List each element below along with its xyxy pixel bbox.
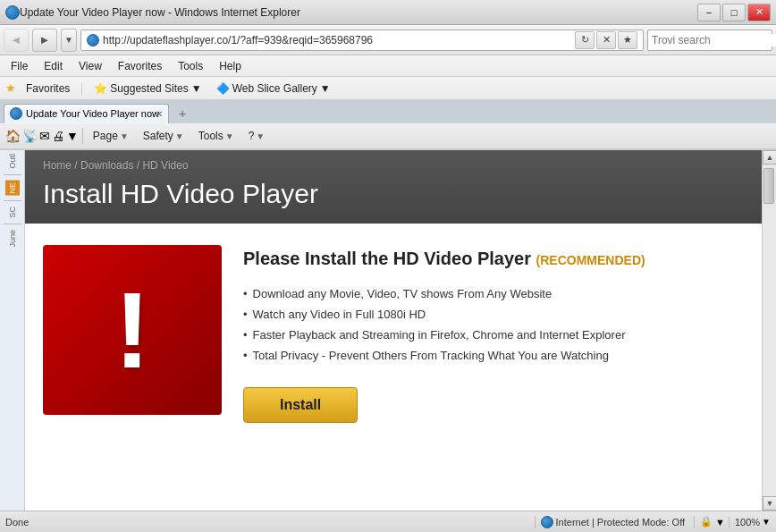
mail-icon: ✉: [39, 129, 50, 143]
recommended-badge: (RECOMMENDED): [536, 253, 645, 267]
address-bar: ↻ ✕ ★: [80, 30, 644, 51]
web-slice-button[interactable]: 🔷 Web Slice Gallery ▼: [212, 80, 335, 97]
active-tab[interactable]: Update Your Video Player now ✕: [4, 104, 169, 123]
strip-divider-3: [4, 224, 21, 224]
print-icon: 🖨: [52, 129, 64, 143]
install-heading: Please Install the HD Video Player (RECO…: [243, 249, 744, 269]
command-bar: 🏠 📡 ✉ 🖨 ▼ Page ▼ Safety ▼ Tools ▼ ? ▼: [0, 123, 776, 150]
tools-button[interactable]: Tools ▼: [192, 125, 240, 147]
menu-favorites[interactable]: Favorites: [111, 58, 169, 74]
feature-2: •Watch any Video in Full 1080i HD: [243, 304, 744, 325]
address-actions: ↻ ✕ ★: [575, 31, 637, 49]
page-body: ! Please Install the HD Video Player (RE…: [25, 224, 762, 444]
status-text: Done: [5, 517, 531, 528]
favorites-button[interactable]: Favorites: [21, 80, 74, 97]
breadcrumb: Home / Downloads / HD Video: [43, 159, 744, 172]
tools-label: Tools: [198, 130, 224, 142]
menu-help[interactable]: Help: [212, 58, 249, 74]
help-dropdown-icon: ▼: [256, 131, 265, 141]
status-security: 🔒 ▼: [694, 516, 725, 528]
page-header: Home / Downloads / HD Video Install HD V…: [25, 150, 762, 224]
strip-label-june: June: [8, 230, 17, 248]
close-button[interactable]: ✕: [747, 4, 771, 21]
zoom-dropdown[interactable]: ▼: [762, 517, 771, 527]
address-icon: [87, 34, 99, 46]
safety-button[interactable]: Safety ▼: [137, 125, 190, 147]
minimize-button[interactable]: −: [697, 4, 721, 21]
favorites-star-icon: ★: [5, 81, 16, 95]
tools-dropdown-icon: ▼: [225, 131, 234, 141]
status-zoom: 100% ▼: [729, 517, 771, 528]
breadcrumb-home[interactable]: Home: [43, 159, 72, 172]
search-box: 🔍: [647, 30, 772, 51]
status-bar: Done Internet | Protected Mode: Off 🔒 ▼ …: [0, 511, 776, 532]
refresh-button[interactable]: ↻: [575, 31, 595, 49]
menu-file[interactable]: File: [4, 58, 35, 74]
safety-dropdown-icon: ▼: [175, 131, 184, 141]
features-list: •Download any Movie, Video, TV shows Fro…: [243, 283, 744, 366]
scroll-down-button[interactable]: ▼: [763, 496, 776, 511]
strip-label-outl: Outl: [8, 154, 17, 169]
cmd-separator-1: [82, 128, 83, 144]
tab-bar: Update Your Video Player now ✕ +: [0, 100, 776, 123]
menu-view[interactable]: View: [72, 58, 109, 74]
scroll-thumb[interactable]: [763, 168, 774, 204]
strip-divider-2: [4, 200, 21, 201]
title-bar: Update Your Video Player now - Windows I…: [0, 0, 776, 25]
fav-separator-1: [81, 82, 82, 95]
page-label: Page: [93, 130, 118, 142]
webslice-icon: 🔷: [216, 82, 230, 95]
favorites-bar: ★ Favorites ⭐ Suggested Sites ▼ 🔷 Web Sl…: [0, 77, 776, 100]
zone-icon: [541, 516, 553, 528]
scroll-track[interactable]: [763, 165, 776, 496]
menu-edit[interactable]: Edit: [37, 58, 70, 74]
window-title: Update Your Video Player now - Windows I…: [20, 6, 697, 19]
breadcrumb-current: HD Video: [142, 159, 188, 172]
feature-3: •Faster Playback and Streaming in Firefo…: [243, 325, 744, 345]
feature-1: •Download any Movie, Video, TV shows Fro…: [243, 283, 744, 304]
suggested-label: Suggested Sites: [110, 82, 188, 95]
suggested-icon: ⭐: [94, 82, 107, 95]
address-input[interactable]: [103, 34, 575, 46]
forward-button[interactable]: ►: [32, 29, 57, 52]
install-content: Please Install the HD Video Player (RECO…: [243, 245, 744, 423]
stop-button[interactable]: ✕: [596, 31, 616, 49]
page-dropdown-icon: ▼: [120, 131, 129, 141]
search-input[interactable]: [652, 34, 776, 46]
menu-tools[interactable]: Tools: [171, 58, 210, 74]
menu-bar: File Edit View Favorites Tools Help: [0, 55, 776, 77]
back-button[interactable]: ◄: [4, 29, 29, 52]
nav-bar: ◄ ► ▼ ↻ ✕ ★ 🔍: [0, 25, 776, 55]
window-controls: − □ ✕: [697, 4, 771, 21]
feeds-icon: 📡: [22, 129, 38, 143]
page-button[interactable]: Page ▼: [87, 125, 135, 147]
maximize-button[interactable]: □: [722, 4, 746, 21]
zoom-label: 100%: [735, 517, 760, 528]
feature-4: •Total Privacy - Prevent Others From Tra…: [243, 345, 744, 366]
print-dropdown-icon[interactable]: ▼: [66, 129, 79, 143]
page-title: Install HD Video Player: [43, 179, 744, 209]
vertical-scrollbar: ▲ ▼: [762, 150, 776, 511]
exclamation-icon: !: [114, 276, 150, 384]
warning-image: !: [43, 245, 222, 415]
webslice-label: Web Slice Gallery: [232, 82, 317, 95]
suggested-dropdown-icon: ▼: [191, 82, 202, 95]
safety-label: Safety: [143, 130, 173, 142]
ie-icon: [5, 5, 20, 20]
tab-close-button[interactable]: ✕: [153, 107, 165, 120]
install-button[interactable]: Install: [243, 387, 358, 423]
strip-label-ne: NE: [5, 181, 20, 196]
new-tab-button[interactable]: +: [171, 104, 194, 123]
tab-icon: [10, 107, 22, 120]
scroll-up-button[interactable]: ▲: [763, 150, 776, 165]
help-button[interactable]: ? ▼: [242, 125, 272, 147]
breadcrumb-downloads[interactable]: Downloads: [80, 159, 133, 172]
suggested-sites-button[interactable]: ⭐ Suggested Sites ▼: [89, 80, 206, 97]
strip-divider-1: [4, 174, 21, 175]
dropdown-history-button[interactable]: ▼: [61, 29, 77, 52]
tab-label: Update Your Video Player now: [26, 108, 159, 119]
security-dropdown[interactable]: ▼: [715, 517, 725, 528]
main-layout: Outl NE SC June Home / Downloads / HD Vi…: [0, 150, 776, 511]
favorites-quick-button[interactable]: ★: [618, 31, 637, 49]
help-label: ?: [249, 130, 255, 142]
